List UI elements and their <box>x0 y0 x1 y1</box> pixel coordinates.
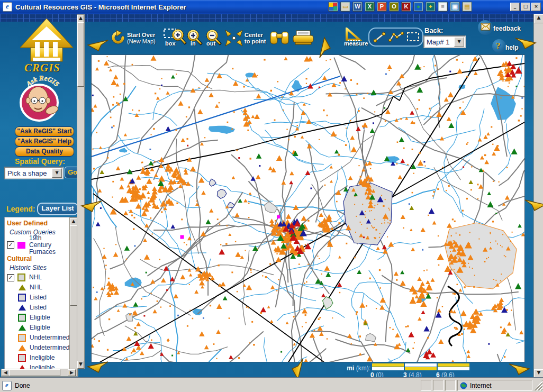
sidebar-scroll-right-icon[interactable]: ▶ <box>68 369 76 376</box>
shape-select[interactable]: Pick a shape ▼ <box>4 167 64 179</box>
zoom-box-label: box <box>165 40 176 47</box>
shape-select-arrow-icon[interactable]: ▼ <box>52 168 62 178</box>
legend-item-label: NHL <box>30 284 42 291</box>
feedback-label[interactable]: feedback <box>493 25 521 32</box>
legend-swatch-square-green <box>18 314 26 322</box>
scalebar: 0 (0)3 (4.8)6 (9.6) <box>372 363 469 379</box>
pan-east-arrow[interactable] <box>523 198 543 212</box>
measure-icon[interactable] <box>345 28 363 41</box>
scroll-down-arrow[interactable]: ▼ <box>534 369 543 378</box>
sidebar-buttons: "Ask ReGIS" Start"Ask ReGIS" HelpData Qu… <box>0 126 85 157</box>
pan-south-arrow[interactable] <box>291 357 305 380</box>
minimize-button[interactable]: _ <box>510 3 520 11</box>
legend-group-subheader: Historic Sites <box>5 263 69 272</box>
center-label: Center <box>245 32 266 38</box>
binoculars-icon[interactable] <box>269 30 290 45</box>
back-select-value: Map# 1 <box>424 38 454 46</box>
feedback-envelope-icon[interactable] <box>481 23 491 31</box>
legend-item-label: Undetermined <box>30 334 69 341</box>
layer-list-button[interactable]: Layer List <box>37 203 78 215</box>
center-to-point-icon[interactable] <box>224 29 243 47</box>
sidebar-scroll-down-icon[interactable]: ▼ <box>77 361 84 369</box>
maximize-button[interactable]: □ <box>521 3 530 11</box>
schedule-icon[interactable]: O <box>389 2 399 12</box>
layer-checkbox[interactable]: ✓ <box>7 274 14 281</box>
pan-west-nw-arrow[interactable] <box>87 38 110 52</box>
help-question-icon[interactable]: ? <box>496 41 501 51</box>
start-over-button[interactable]: Start Over (New Map) <box>127 32 156 44</box>
back-select-arrow-icon[interactable]: ▼ <box>454 37 464 47</box>
map-viewport[interactable] <box>91 54 525 362</box>
sidebar-button-ask-regis-help[interactable]: "Ask ReGIS" Help <box>15 136 74 147</box>
legend-swatch-tri-orange <box>19 345 26 351</box>
window-controls: _ □ × <box>509 3 541 11</box>
legend-swatch-tri-olive <box>19 285 26 290</box>
layer-checkbox[interactable]: ✓ <box>7 241 14 249</box>
powerpoint-icon[interactable]: P <box>377 2 387 12</box>
print-icon[interactable] <box>292 30 314 45</box>
notepad-icon[interactable]: ≡ <box>438 2 448 12</box>
window-app-icon[interactable]: ▣ <box>450 2 460 12</box>
legend-item-label: Listed <box>30 294 47 301</box>
legend-item-label: NHL <box>29 274 42 281</box>
legend-swatch-tri-navy <box>19 305 26 311</box>
legend-swatch-square-navy <box>18 294 26 302</box>
pan-east-ne-arrow[interactable] <box>513 36 537 50</box>
legend-rows: User DefinedCustom Queries✓19th Century … <box>5 217 69 373</box>
sidebar-button-data-quality[interactable]: Data Quality <box>15 147 74 157</box>
status-zone-pane: Internet <box>457 380 532 391</box>
clipboard-icon[interactable]: ▤ <box>462 2 472 12</box>
measure-area-tool-icon[interactable] <box>406 31 420 43</box>
gis-tool-icon[interactable]: + <box>426 2 436 12</box>
legend-scroll-up-icon[interactable]: ▲ <box>70 218 77 226</box>
excel-icon[interactable]: X <box>365 2 375 12</box>
sidebar-scroll-up-icon[interactable]: ▲ <box>77 15 84 23</box>
window-titlebar[interactable]: e Cultural Resources GIS - Microsoft Int… <box>0 0 543 14</box>
folder-icon[interactable]: ▭ <box>340 2 350 12</box>
legend-item: Eligible <box>5 313 69 323</box>
measure-polyline-tool-icon[interactable] <box>388 31 404 43</box>
status-text: Done <box>15 382 30 389</box>
close-button[interactable]: × <box>531 3 541 11</box>
spatial-query-label: Spatial Query: <box>15 157 65 166</box>
word-icon[interactable]: W <box>352 2 363 12</box>
sidebar-scrollbar[interactable]: ▲ ▼ <box>77 14 85 369</box>
sidebar-scroll-left-icon[interactable]: ◀ <box>2 369 10 376</box>
sidebar-hscroll-thumb[interactable] <box>9 369 60 376</box>
measure-label: measure <box>344 40 368 47</box>
sidebar-scroll-thumb[interactable] <box>77 22 84 87</box>
sidebar-button-ask-regis-start[interactable]: "Ask ReGIS" Start <box>15 126 74 136</box>
scroll-up-arrow[interactable]: ▲ <box>534 14 543 23</box>
pan-north-arrow[interactable] <box>318 37 331 60</box>
pan-east-se-arrow[interactable] <box>507 362 530 376</box>
legend-item: Ineligible <box>5 353 69 363</box>
legend-item-label: Ineligible <box>30 354 55 361</box>
status-page-icon: e <box>2 381 12 390</box>
legend-scroll-thumb[interactable] <box>70 225 77 306</box>
access-icon[interactable]: K <box>401 2 411 12</box>
scalebar-km-seg3 <box>438 367 469 370</box>
center-to-point-button[interactable]: Center to point <box>245 32 266 44</box>
scalebar-mi-seg1 <box>372 363 404 367</box>
pan-west-sw-arrow[interactable] <box>87 360 110 373</box>
sidebar-hscrollbar[interactable]: ◀ ▶ <box>1 369 76 377</box>
back-select[interactable]: Map# 1 ▼ <box>423 35 466 48</box>
scalebar-mi-seg2 <box>405 363 437 367</box>
scalebar-km-label: (km): <box>356 364 370 372</box>
globe-app-icon[interactable]: ● <box>413 2 423 12</box>
center-sublabel: to point <box>245 38 266 44</box>
pan-west-arrow[interactable] <box>80 199 104 213</box>
legend-group-header: User Defined <box>5 217 69 227</box>
legend-item: ✓19th Century Furnaces <box>5 237 69 253</box>
map-canvas[interactable] <box>92 55 524 362</box>
crgis-window: { "window": { "title": "Cultural Resourc… <box>0 0 543 392</box>
status-zone-label: Internet <box>470 382 492 389</box>
browser-scrollbar[interactable]: ▲ ▼ <box>533 14 543 379</box>
start-over-icon[interactable] <box>111 30 126 45</box>
desktop-grid-icon[interactable] <box>328 2 338 12</box>
legend-item: Listed <box>5 303 69 313</box>
status-pane-3 <box>445 380 456 391</box>
ask-regis-mascot[interactable]: Ask ReGIS <box>13 73 68 124</box>
zoom-out-label: out <box>206 40 215 47</box>
measure-line-tool-icon[interactable] <box>373 31 386 43</box>
